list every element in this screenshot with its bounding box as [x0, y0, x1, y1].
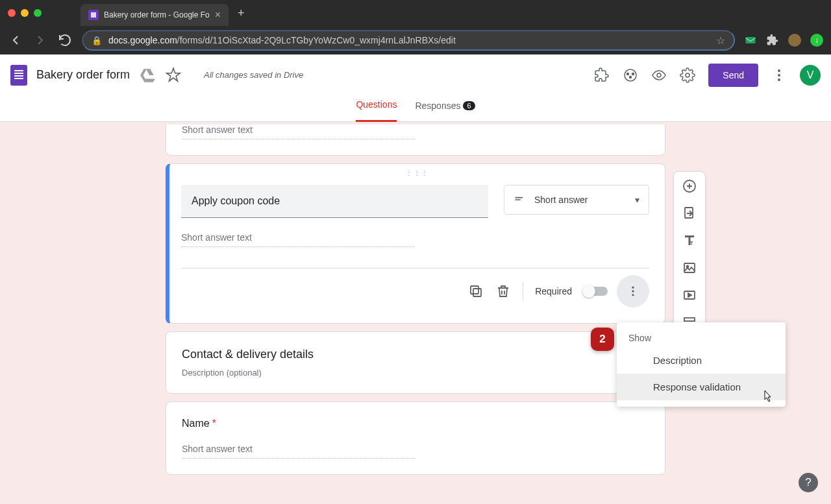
required-label: Required: [535, 286, 572, 296]
back-button[interactable]: [8, 32, 23, 48]
lock-icon: 🔒: [92, 36, 102, 45]
section-description[interactable]: Description (optional): [182, 368, 649, 378]
browser-chrome: Bakery order form - Google Fo × + 🔒 docs…: [0, 0, 831, 54]
tab-responses[interactable]: Responses 6: [415, 96, 475, 122]
tab-responses-label: Responses: [415, 101, 460, 111]
svg-rect-21: [684, 318, 695, 321]
form-tabs: Questions Responses 6: [0, 96, 831, 122]
svg-point-4: [632, 73, 634, 75]
bookmark-star-icon[interactable]: ☆: [716, 34, 725, 47]
svg-point-2: [625, 69, 636, 81]
question-type-dropdown[interactable]: Short answer ▾: [504, 185, 649, 215]
send-button[interactable]: Send: [708, 64, 758, 87]
browser-tab[interactable]: Bakery order form - Google Fo ×: [81, 4, 229, 26]
svg-point-8: [778, 69, 780, 72]
question-options-menu: Show Description Response validation: [617, 322, 786, 407]
svg-rect-0: [91, 12, 96, 18]
settings-icon[interactable]: [680, 67, 695, 83]
response-count-badge: 6: [463, 101, 475, 110]
svg-point-7: [686, 73, 689, 77]
add-question-icon[interactable]: [682, 178, 697, 194]
forward-button[interactable]: [32, 32, 48, 48]
window-controls[interactable]: [8, 9, 42, 17]
mail-extension-icon[interactable]: [744, 34, 757, 47]
required-toggle[interactable]: [584, 287, 608, 296]
form-title[interactable]: Bakery order form: [36, 68, 130, 82]
drag-handle-icon[interactable]: ⋮⋮⋮: [406, 169, 429, 176]
svg-rect-18: [684, 263, 695, 272]
question-more-button[interactable]: [617, 275, 649, 307]
minimize-window-icon[interactable]: [21, 9, 29, 17]
question-card-name[interactable]: Name* Short answer text: [166, 402, 665, 475]
save-status: All changes saved in Drive: [204, 70, 303, 80]
add-video-icon[interactable]: [682, 287, 697, 303]
question-card-previous[interactable]: Short answer text: [166, 125, 665, 156]
url-text: docs.google.com/forms/d/11OiScXtad-2Q9Lc…: [108, 35, 710, 45]
new-tab-button[interactable]: +: [238, 6, 245, 20]
puzzle-extension-icon[interactable]: [766, 34, 779, 47]
short-answer-placeholder: Short answer text: [182, 444, 416, 459]
reload-button[interactable]: [57, 32, 73, 48]
theme-icon[interactable]: [623, 67, 638, 83]
account-avatar[interactable]: V: [800, 65, 821, 86]
short-answer-placeholder: Short answer text: [181, 232, 415, 247]
tab-title: Bakery order form - Google Fo: [104, 10, 210, 19]
profile-extension-icon[interactable]: [788, 34, 801, 47]
star-icon[interactable]: [165, 67, 182, 84]
svg-point-3: [627, 73, 629, 75]
divider: [523, 282, 523, 301]
address-bar[interactable]: 🔒 docs.google.com/forms/d/11OiScXtad-2Q9…: [82, 30, 735, 51]
question-label: Name*: [182, 418, 649, 429]
download-extension-icon[interactable]: ↓: [810, 34, 823, 47]
svg-point-13: [632, 287, 634, 289]
menu-item-response-validation[interactable]: Response validation: [617, 374, 786, 400]
required-star-icon: *: [212, 418, 216, 429]
help-button[interactable]: ?: [799, 473, 818, 492]
close-window-icon[interactable]: [8, 9, 16, 17]
add-title-icon[interactable]: [682, 233, 697, 248]
more-menu-icon[interactable]: [771, 67, 787, 83]
menu-section-label: Show: [617, 329, 786, 347]
address-bar-row: 🔒 docs.google.com/forms/d/11OiScXtad-2Q9…: [0, 26, 831, 54]
svg-point-10: [778, 78, 780, 81]
svg-rect-1: [746, 37, 756, 43]
addons-icon[interactable]: [594, 67, 610, 83]
add-image-icon[interactable]: [682, 260, 697, 276]
duplicate-icon[interactable]: [468, 283, 484, 299]
extension-icons: ↓: [744, 34, 823, 47]
svg-point-15: [632, 294, 634, 296]
favicon-icon: [88, 10, 99, 20]
svg-point-9: [778, 74, 780, 77]
forms-logo-icon[interactable]: [10, 65, 27, 86]
move-to-drive-icon[interactable]: [139, 67, 156, 84]
question-card-active[interactable]: ⋮⋮⋮ Short answer ▾ Short answer text Req…: [166, 163, 665, 324]
menu-item-description[interactable]: Description: [617, 347, 786, 374]
short-answer-placeholder: Short answer text: [182, 125, 416, 139]
maximize-window-icon[interactable]: [34, 9, 42, 17]
form-canvas: Short answer text ⋮⋮⋮ Short answer ▾ Sho…: [0, 122, 831, 483]
svg-point-5: [630, 76, 632, 78]
question-title-input[interactable]: [181, 185, 488, 218]
tab-questions[interactable]: Questions: [356, 96, 397, 122]
preview-icon[interactable]: [651, 67, 667, 83]
svg-point-14: [632, 290, 634, 292]
svg-point-6: [657, 73, 661, 77]
annotation-badge: 2: [591, 328, 614, 351]
section-title[interactable]: Contact & delivery details: [182, 348, 649, 361]
app-header: Bakery order form All changes saved in D…: [0, 54, 831, 96]
dropdown-arrow-icon: ▾: [635, 195, 639, 205]
close-tab-icon[interactable]: ×: [215, 9, 221, 21]
svg-rect-11: [473, 289, 481, 296]
svg-rect-12: [471, 286, 478, 294]
tab-bar: Bakery order form - Google Fo × +: [0, 0, 831, 26]
cursor-icon: [762, 389, 773, 407]
delete-icon[interactable]: [495, 283, 511, 299]
question-type-label: Short answer: [534, 195, 588, 205]
import-questions-icon[interactable]: [682, 206, 697, 221]
floating-toolbar: [673, 171, 706, 337]
